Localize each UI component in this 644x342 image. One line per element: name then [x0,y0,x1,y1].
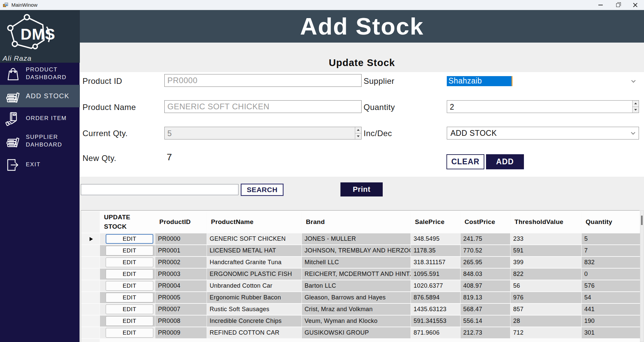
spin-down-icon[interactable] [633,107,639,113]
cell-brand: Veum, Wyman and Klocko [302,316,411,327]
row-header-cell[interactable] [82,316,100,327]
row-pointer-icon [90,237,93,241]
product-name-label: Product Name [83,103,136,112]
row-header-cell[interactable] [82,257,100,268]
quantity-value: 2 [447,101,632,113]
chevron-down-icon [631,78,636,83]
edit-button[interactable]: EDIT [106,258,153,267]
minimize-button[interactable] [592,0,609,10]
text-caret [512,76,513,86]
sidebar-item-exit[interactable]: EXIT [0,153,80,177]
table-row[interactable]: EDIT PR0003 ERGONOMIC PLASTIC FISH REICH… [82,269,643,280]
cell-quantity: 54 [582,292,643,303]
column-header[interactable]: ProductName [207,211,302,233]
dms-logo-icon: DMS [2,13,66,56]
row-header-cell[interactable] [82,245,100,256]
cell-costprice: 556.14 [461,316,510,327]
edit-button[interactable]: EDIT [106,246,153,255]
cell-productid: PR0002 [155,257,207,268]
new-qty-label: New Qty. [83,154,116,163]
cell-costprice: 408.97 [461,280,510,291]
product-name-input[interactable] [164,100,362,113]
table-row[interactable]: EDIT PR0008 Incredible Concrete Chips Ve… [82,316,643,327]
edit-button[interactable]: EDIT [106,234,153,244]
cell-saleprice: 318.311157 [411,257,460,268]
edit-button[interactable]: EDIT [106,281,153,291]
table-row[interactable]: EDIT PR0002 Handcrafted Granite Tuna Mit… [82,257,643,268]
row-header-cell[interactable] [82,327,100,338]
cell-threshold: 399 [511,257,581,268]
book-stack-icon [5,133,21,150]
table-row[interactable]: EDIT PR0001 LICENSED METAL HAT JOHNSON, … [82,245,643,256]
spin-up-icon[interactable] [633,101,639,107]
grid-vertical-scrollbar[interactable] [640,210,644,342]
cell-saleprice: 1178.35 [411,245,460,256]
cell-brand: Crist, Mraz and Volkman [302,304,411,315]
row-header-cell[interactable] [82,304,100,315]
spin-up-icon[interactable] [355,127,361,133]
product-id-input[interactable] [164,74,362,87]
sidebar-item-supplier-dashboard[interactable]: SUPPLIERDAHBOARD [0,130,80,153]
table-row[interactable]: EDIT PR0004 Unbranded Cotton Car Barton … [82,280,643,291]
sidebar-item-label: ADD STOCK [26,92,69,101]
print-button[interactable]: Print [340,182,383,196]
cell-saleprice: 1095.591 [411,269,460,280]
sidebar: DMS Ali Raza PRODUCTDASHBOARD [0,10,80,342]
add-button[interactable]: ADD [486,154,524,169]
edit-button[interactable]: EDIT [106,269,153,279]
column-header[interactable]: ThresholdValue [511,211,581,233]
cell-costprice: 770.52 [461,245,510,256]
search-input[interactable] [81,184,238,195]
scrollbar-thumb[interactable] [641,216,643,225]
book-hand-icon [5,110,21,127]
cell-productid: PR0001 [155,245,207,256]
column-header[interactable]: SalePrice [411,211,460,233]
column-header[interactable]: Quantity [582,211,643,233]
row-header-cell[interactable] [82,292,100,303]
cell-productid: PR0004 [155,280,207,291]
row-header-cell[interactable] [82,233,100,244]
spin-down-icon[interactable] [355,133,361,139]
sidebar-item-add-stock[interactable]: ADD STOCK [0,85,80,107]
edit-button[interactable]: EDIT [106,304,153,314]
edit-button[interactable]: EDIT [106,293,153,302]
cell-quantity: 301 [582,327,643,338]
inc-dec-combobox[interactable]: ADD STOCK [447,127,639,139]
inc-dec-value: ADD STOCK [447,127,639,138]
row-header-cell[interactable] [82,269,100,280]
column-header[interactable]: Brand [302,211,411,233]
cell-brand: Barton LLC [302,280,411,291]
cell-saleprice: 348.5495 [411,233,460,244]
table-row[interactable]: EDIT PR0005 Ergonomic Rubber Bacon Gleas… [82,292,643,303]
cell-productname: Rustic Soft Sausages [207,304,302,315]
edit-button[interactable]: EDIT [106,328,153,338]
edit-button[interactable]: EDIT [106,316,153,326]
close-button[interactable] [627,0,644,10]
sidebar-item-product-dashboard[interactable]: PRODUCTDASHBOARD [0,63,80,85]
table-row[interactable]: EDIT PR0007 Rustic Soft Sausages Crist, … [82,304,643,315]
cell-quantity: 5 [582,233,643,244]
cell-costprice: 212.73 [461,327,510,338]
section-title: Update Stock [80,57,644,68]
row-header-cell[interactable] [82,280,100,291]
product-id-label: Product ID [83,76,122,86]
column-header[interactable]: CostPrice [461,211,510,233]
table-row[interactable]: EDIT PR0009 REFINED COTTON CAR GUSIKOWSK… [82,327,643,338]
current-qty-spinner[interactable]: 5 [164,127,362,139]
cell-threshold: 56 [511,280,581,291]
stock-data-grid[interactable]: UPDATE STOCK ProductID ProductName Brand… [81,210,640,342]
cell-brand: JONES - MULLER [302,233,411,244]
cell-quantity: 832 [582,257,643,268]
sidebar-item-order-item[interactable]: ORDER ITEM [0,107,80,130]
restore-button[interactable] [609,0,627,10]
column-header[interactable]: ProductID [155,211,207,233]
search-button[interactable]: SEARCH [241,184,283,196]
cell-threshold: 976 [511,292,581,303]
column-header[interactable]: UPDATE STOCK [100,211,155,233]
clear-button[interactable]: CLEAR [446,154,484,169]
cell-costprice: 848.03 [461,269,510,280]
table-row[interactable]: EDIT PR0000 GENERIC SOFT CHICKEN JONES -… [82,233,643,244]
supplier-combobox[interactable]: Shahzaib Traders [447,76,639,86]
quantity-spinner[interactable]: 2 [447,100,639,113]
cell-productname: Ergonomic Rubber Bacon [207,292,302,303]
